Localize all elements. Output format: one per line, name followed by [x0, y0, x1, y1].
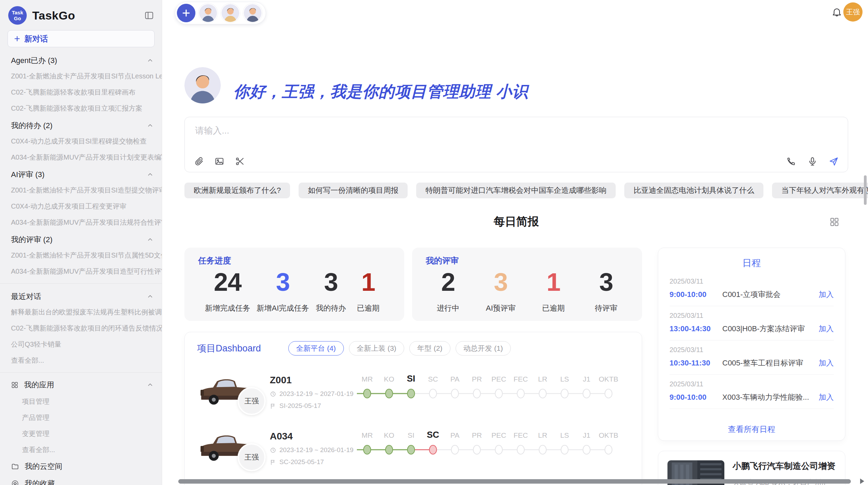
sidebar-task-item[interactable]: A034-全新新能源MUV产品开发项目计划变更表编写 [0, 149, 162, 165]
project-date-range: 2023-12-19 ~ 2027-01-19 [270, 390, 356, 398]
scroll-right-arrow[interactable] [860, 478, 864, 484]
dashboard-tab[interactable]: 年型 (2) [409, 341, 450, 356]
agent-avatar[interactable] [221, 3, 240, 23]
sidebar-section: Agent已办 (3) Z001-全新燃油皮卡产品开发项目SI节点Lesson … [0, 51, 162, 116]
sidebar-section-header[interactable]: 我的评审 (2) [0, 231, 162, 247]
dashboard-tab[interactable]: 动总开发 (1) [456, 341, 511, 356]
milestone-label: SC [422, 375, 444, 383]
stat-item: 3 我的待办 [315, 269, 346, 313]
project-row: 王强 A034 2023-12-19 ~ 2026-01-19 SC-2025-… [197, 419, 629, 475]
milestone-label: J1 [576, 431, 598, 439]
sidebar-app-item[interactable]: 变更管理 [0, 426, 162, 442]
milestone-timeline: MRKOSISCPAPRPECFECLRLSJ1OKTB [356, 430, 629, 475]
stat-item: 2 进行中 [433, 269, 463, 313]
sidebar-task-item[interactable]: A034-全新新能源MUV产品开发项目造型可行性评审 [0, 263, 162, 279]
sidebar-section-header[interactable]: Agent已办 (3) [0, 51, 162, 68]
milestone-label: PR [466, 431, 488, 439]
join-meeting-link[interactable]: 加入 [819, 324, 834, 334]
sidebar-task-item[interactable]: C02-飞腾新能源轻客改款项目里程碑画布 [0, 84, 162, 100]
schedule-entry: 2025/03/11 10:30-11:30 C005-整车工程目标评审 加入 [670, 340, 834, 375]
agent-avatar[interactable] [198, 3, 218, 23]
recent-agents-pill [175, 2, 266, 24]
attachment-icon[interactable] [194, 156, 204, 166]
sidebar-task-item[interactable]: C02-飞腾新能源轻客改款项目立项汇报方案 [0, 100, 162, 116]
task-progress-card: 任务进度 24 新增完成任务 3 新增AI完成任务 3 我的待办 1 已逾期 [184, 248, 404, 321]
sidebar-item-cloud-space[interactable]: 我的云空间 [0, 458, 162, 475]
project-info: A034 2023-12-19 ~ 2026-01-19 SC-2025-05-… [270, 431, 356, 475]
stat-label: 我的待办 [315, 303, 346, 313]
project-code[interactable]: A034 [270, 431, 356, 442]
voice-call-icon[interactable] [786, 156, 796, 166]
schedule-entry-date: 2025/03/11 [670, 346, 834, 354]
logo-text-top: Task [12, 10, 23, 15]
chat-input-card [184, 117, 848, 172]
notification-bell-icon[interactable] [831, 7, 842, 17]
join-meeting-link[interactable]: 加入 [819, 289, 834, 300]
sidebar-task-item[interactable]: Z001-全新燃油皮卡产品开发项目SI节点Lesson Learn报告 [0, 68, 162, 84]
suggestion-chip[interactable]: 特朗普可能对进口汽车增税会对中国车企造成哪些影响 [416, 183, 616, 198]
suggestion-chip[interactable]: 如何写一份清晰的项目周报 [299, 183, 408, 198]
vertical-scrollbar-thumb[interactable] [864, 175, 867, 205]
project-current-node: SI-2025-05-17 [270, 402, 356, 410]
stat-value: 1 [538, 269, 569, 296]
dashboard-tab[interactable]: 全新上装 (3) [349, 341, 405, 356]
sidebar-item-my-apps[interactable]: 我的应用 [0, 376, 162, 394]
send-icon[interactable] [829, 156, 839, 166]
screenshot-icon[interactable] [235, 156, 245, 166]
sidebar-task-item[interactable]: C0X4-动力总成开发项目工程变更评审 [0, 198, 162, 214]
project-dashboard-card: 项目Dashboard 全新平台 (4)全新上装 (3)年型 (2)动总开发 (… [184, 332, 642, 485]
schedule-entry-time: 9:00-10:00 [670, 290, 722, 299]
agent-avatar[interactable] [243, 3, 262, 23]
suggestion-chip[interactable]: 比亚迪全固态电池计划具体说了什么 [624, 183, 763, 198]
sidebar-task-item[interactable]: Z001-全新燃油轻卡产品开发项目SI造型提交物评审 [0, 182, 162, 198]
sidebar-conversation-item[interactable]: C02-飞腾新能源轻客改款项目的闭环通告反馈情况 [0, 320, 162, 336]
collapse-sidebar-icon[interactable] [144, 10, 154, 21]
milestone-label: SI [400, 373, 422, 384]
add-agent-button[interactable] [177, 4, 195, 22]
sidebar-item-favorites[interactable]: 我的收藏 [0, 475, 162, 485]
user-avatar[interactable]: 王强 [843, 2, 863, 22]
sidebar-task-item[interactable]: Z001-全新燃油轻卡产品开发项目SI节点属性5D文件评审 [0, 247, 162, 263]
milestone-label: KO [378, 431, 400, 439]
join-meeting-link[interactable]: 加入 [819, 392, 834, 402]
section-label: 我的评审 (2) [11, 235, 52, 245]
sidebar-conversation-item[interactable]: 解释最新出台的欧盟报废车法规再生塑料比例被调至15%... [0, 304, 162, 320]
section-label: 我的待办 (2) [11, 121, 52, 131]
milestone-label: PEC [488, 375, 510, 383]
dashboard-tab[interactable]: 全新平台 (4) [288, 341, 344, 356]
stat-label: 进行中 [433, 303, 463, 313]
suggestion-chip[interactable]: 欧洲新规最近颁布了什么? [184, 183, 290, 198]
join-meeting-link[interactable]: 加入 [819, 358, 834, 368]
milestone-label: KO [378, 375, 400, 383]
section-label: Agent已办 (3) [11, 55, 57, 66]
stat-value: 1 [353, 269, 384, 296]
project-row: 王强 Z001 2023-12-19 ~ 2027-01-19 SI-2025-… [197, 362, 629, 419]
chat-input[interactable] [195, 125, 709, 136]
sidebar-app-item[interactable]: 产品管理 [0, 410, 162, 426]
microphone-icon[interactable] [807, 156, 818, 166]
sidebar-task-item[interactable]: C0X4-动力总成开发项目SI里程碑提交物检查 [0, 133, 162, 149]
project-code[interactable]: Z001 [270, 375, 356, 386]
sidebar: Task Go TaskGo 新对话 Agent已办 (3) Z001-全新燃油… [0, 0, 162, 485]
layout-grid-icon[interactable] [829, 217, 840, 227]
schedule-entry-time: 13:00-14:30 [670, 324, 722, 333]
horizontal-scrollbar-thumb[interactable] [178, 479, 851, 484]
schedule-entry: 2025/03/11 9:00-10:00 C001-立项审批会 加入 [670, 272, 834, 306]
sidebar-task-item[interactable]: A034-全新新能源MUV产品开发项目法规符合性评审 [0, 214, 162, 231]
sidebar-conversation-item[interactable]: 公司Q3轻卡销量 [0, 336, 162, 352]
stat-value: 2 [433, 269, 463, 296]
milestone-label: SC [422, 430, 444, 440]
sidebar-app-item[interactable]: 项目管理 [0, 394, 162, 410]
sidebar-section-header-recent[interactable]: 最近对话 [0, 287, 162, 304]
sidebar-section-header[interactable]: AI评审 (3) [0, 165, 162, 182]
sidebar-app-item[interactable]: 查看全部... [0, 442, 162, 458]
project-owner-badge: 王强 [238, 443, 266, 471]
image-upload-icon[interactable] [214, 156, 225, 166]
app-logo: Task Go [8, 6, 27, 25]
schedule-entry-title: C005-整车工程目标评审 [722, 358, 819, 368]
view-all-conversations-link[interactable]: 查看全部... [0, 352, 162, 369]
sidebar-section-header[interactable]: 我的待办 (2) [0, 116, 162, 133]
suggestion-chip[interactable]: 当下年轻人对汽车外观有怎样的喜好趋势 [772, 183, 868, 198]
new-chat-button[interactable]: 新对话 [8, 30, 155, 47]
view-all-schedule-link[interactable]: 查看所有日程 [670, 419, 834, 440]
